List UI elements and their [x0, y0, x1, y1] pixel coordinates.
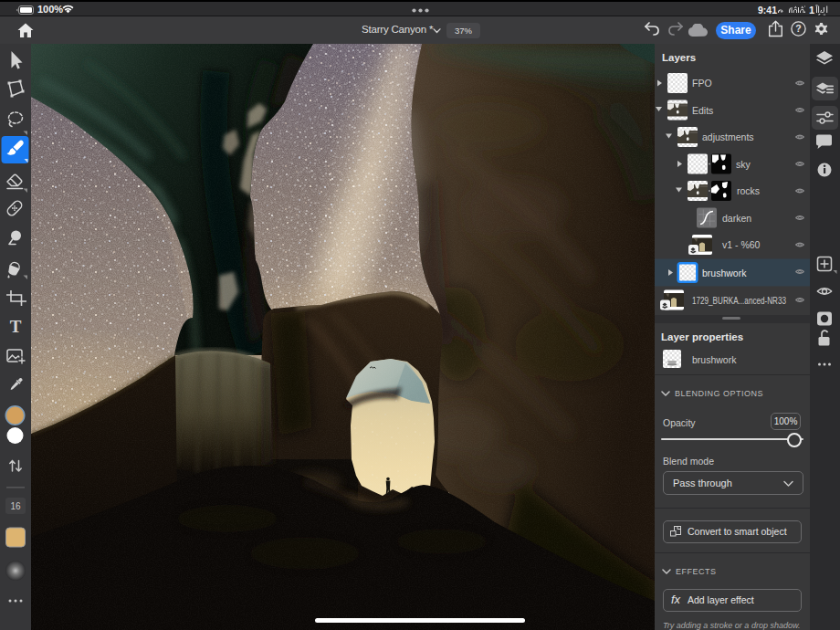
svg-text:Edits: Edits	[692, 105, 713, 116]
svg-text:1729_BURKA...anced-NR33: 1729_BURKA...anced-NR33	[692, 296, 786, 306]
svg-text:adjustments: adjustments	[702, 131, 754, 142]
svg-text:T: T	[10, 317, 22, 336]
svg-text:rocks: rocks	[737, 185, 760, 196]
svg-text:?: ?	[795, 23, 801, 34]
svg-text:1: 1	[809, 5, 814, 16]
svg-text:9:41: 9:41	[758, 5, 777, 16]
svg-text:16: 16	[10, 501, 21, 511]
svg-text:FPO: FPO	[692, 78, 712, 89]
svg-text:sky: sky	[736, 159, 751, 170]
svg-text:brushwork: brushwork	[702, 268, 747, 278]
svg-text:v1 - %60: v1 - %60	[722, 239, 761, 250]
svg-text:darken: darken	[722, 213, 751, 224]
